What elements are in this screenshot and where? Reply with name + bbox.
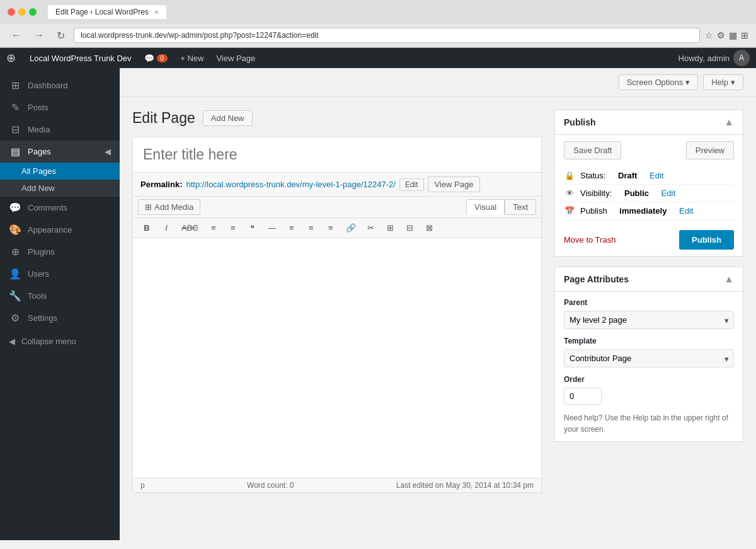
sidebar-item-tools[interactable]: 🔧 Tools bbox=[0, 285, 120, 307]
fullscreen-button[interactable]: ⊠ bbox=[421, 221, 438, 235]
align-right-button[interactable]: ≡ bbox=[322, 221, 340, 235]
back-button[interactable]: ← bbox=[8, 28, 25, 42]
sidebar-item-pages[interactable]: ▤ Pages ◀ bbox=[0, 141, 120, 163]
sidebar-item-label: Users bbox=[28, 269, 49, 279]
template-select[interactable]: Contributor Page Default Template Full W… bbox=[564, 349, 734, 367]
preview-button[interactable]: Preview bbox=[686, 141, 734, 159]
avatar: A bbox=[733, 50, 750, 66]
publish-button[interactable]: Publish bbox=[679, 230, 734, 250]
add-new-button[interactable]: Add New bbox=[203, 110, 253, 126]
editor-content-area[interactable] bbox=[133, 238, 541, 478]
admin-bar-view-page[interactable]: View Page bbox=[210, 48, 261, 68]
publish-misc: 🔒 Status: Draft Edit 👁 Visibility: Publi… bbox=[564, 167, 734, 220]
current-tag: p bbox=[140, 481, 145, 490]
admin-bar-comments[interactable]: 💬 0 bbox=[138, 48, 175, 68]
visibility-edit-link[interactable]: Edit bbox=[662, 188, 675, 198]
side-column: Publish ▲ Save Draft Preview 🔒 Status: bbox=[554, 110, 743, 493]
save-draft-button[interactable]: Save Draft bbox=[564, 141, 621, 159]
status-value: Draft bbox=[618, 171, 637, 180]
wp-logo-icon[interactable]: ⊕ bbox=[6, 51, 16, 65]
view-page-button[interactable]: View Page bbox=[428, 176, 481, 192]
unlink-button[interactable]: ✂ bbox=[362, 221, 380, 235]
hr-button[interactable]: — bbox=[263, 221, 281, 235]
toolbar-toggle[interactable]: ⊟ bbox=[401, 221, 419, 235]
strikethrough-button[interactable]: ABC bbox=[177, 221, 203, 235]
chevron-icon: ◀ bbox=[105, 147, 111, 156]
permalink-edit-button[interactable]: Edit bbox=[399, 178, 424, 191]
tab-close-icon[interactable]: ✕ bbox=[154, 9, 159, 16]
timing-edit-link[interactable]: Edit bbox=[679, 206, 693, 216]
bold-button[interactable]: B bbox=[138, 221, 156, 235]
status-item: 🔒 Status: Draft Edit bbox=[564, 167, 734, 185]
page-attributes-box: Page Attributes ▲ Parent My level 2 page… bbox=[554, 267, 743, 442]
unordered-list-button[interactable]: ≡ bbox=[205, 221, 222, 235]
align-center-button[interactable]: ≡ bbox=[302, 221, 320, 235]
help-button[interactable]: Help ▾ bbox=[703, 74, 743, 90]
ordered-list-button[interactable]: ≡ bbox=[224, 221, 242, 235]
content-header: Screen Options ▾ Help ▾ bbox=[120, 68, 756, 97]
appearance-icon: 🎨 bbox=[9, 224, 21, 236]
plugins-icon: ⊕ bbox=[9, 246, 21, 258]
forward-button[interactable]: → bbox=[30, 28, 48, 42]
template-field: Template Contributor Page Default Templa… bbox=[564, 337, 734, 367]
sidebar-item-all-pages[interactable]: All Pages bbox=[0, 163, 120, 180]
cast-icon[interactable]: ▦ bbox=[729, 30, 737, 40]
settings-nav-icon: ⚙ bbox=[9, 312, 21, 324]
collapse-menu[interactable]: ◀ Collapse menu bbox=[0, 332, 120, 351]
permalink-bar: Permalink: http://local.wordpress-trunk.… bbox=[133, 173, 541, 197]
timing-item: 📅 Publish immediately Edit bbox=[564, 202, 734, 220]
sidebar-item-media[interactable]: ⊟ Media bbox=[0, 118, 120, 141]
browser-tab[interactable]: Edit Page ‹ Local WordPres ✕ bbox=[48, 5, 166, 19]
apps-icon[interactable]: ⊞ bbox=[741, 30, 748, 40]
admin-bar-new[interactable]: + New bbox=[174, 48, 210, 68]
title-input[interactable] bbox=[133, 137, 541, 173]
sidebar-item-add-new[interactable]: Add New bbox=[0, 180, 120, 197]
insert-more-button[interactable]: ⊞ bbox=[382, 221, 399, 235]
sidebar-item-posts[interactable]: ✎ Posts bbox=[0, 96, 120, 118]
move-to-trash-link[interactable]: Move to Trash bbox=[564, 235, 616, 245]
align-left-button[interactable]: ≡ bbox=[283, 221, 301, 235]
address-bar[interactable]: local.wordpress-trunk.dev/wp-admin/post.… bbox=[74, 28, 700, 43]
minimize-dot bbox=[18, 8, 26, 16]
sidebar-item-users[interactable]: 👤 Users bbox=[0, 263, 120, 285]
sidebar-sub-label: All Pages bbox=[21, 166, 56, 176]
collapse-label: Collapse menu bbox=[21, 337, 76, 346]
link-button[interactable]: 🔗 bbox=[341, 221, 360, 235]
sidebar-item-settings[interactable]: ⚙ Settings bbox=[0, 307, 120, 329]
status-edit-link[interactable]: Edit bbox=[650, 171, 663, 180]
settings-icon[interactable]: ⚙ bbox=[717, 30, 725, 40]
page-attributes-toggle[interactable]: ▲ bbox=[724, 274, 734, 285]
tab-visual[interactable]: Visual bbox=[466, 199, 505, 215]
publish-footer: Move to Trash Publish bbox=[564, 225, 734, 250]
visibility-label: Visibility: bbox=[580, 188, 612, 198]
visibility-icon: 👁 bbox=[564, 188, 575, 198]
order-input[interactable] bbox=[564, 388, 602, 405]
refresh-button[interactable]: ↻ bbox=[53, 28, 69, 43]
tools-icon: 🔧 bbox=[9, 290, 21, 302]
timing-label: Publish bbox=[580, 206, 607, 216]
sidebar-item-plugins[interactable]: ⊕ Plugins bbox=[0, 241, 120, 263]
publish-box-title: Publish bbox=[564, 117, 596, 127]
visibility-value: Public bbox=[624, 188, 649, 198]
sidebar: ⊞ Dashboard ✎ Posts ⊟ Media ▤ Pages ◀ Al… bbox=[0, 68, 120, 540]
pages-icon: ▤ bbox=[9, 146, 21, 158]
screen-options-button[interactable]: Screen Options ▾ bbox=[619, 74, 699, 90]
blockquote-button[interactable]: ❝ bbox=[244, 221, 261, 235]
timing-value: immediately bbox=[619, 206, 667, 216]
tab-text[interactable]: Text bbox=[505, 199, 536, 215]
add-media-button[interactable]: ⊞ Add Media bbox=[138, 199, 200, 215]
publish-box-body: Save Draft Preview 🔒 Status: Draft Edit bbox=[555, 135, 743, 256]
sidebar-item-dashboard[interactable]: ⊞ Dashboard bbox=[0, 74, 120, 96]
admin-bar-site-name[interactable]: Local WordPress Trunk Dev bbox=[23, 48, 138, 68]
help-text: Need help? Use the Help tab in the upper… bbox=[564, 412, 734, 435]
sidebar-item-comments[interactable]: 💬 Comments bbox=[0, 197, 120, 219]
collapse-icon: ◀ bbox=[9, 337, 15, 346]
bookmark-icon[interactable]: ☆ bbox=[705, 30, 713, 40]
chevron-down-icon: ▾ bbox=[731, 78, 735, 87]
sidebar-item-appearance[interactable]: 🎨 Appearance bbox=[0, 219, 120, 241]
sidebar-item-label: Media bbox=[28, 125, 50, 134]
posts-icon: ✎ bbox=[9, 101, 21, 113]
italic-button[interactable]: I bbox=[158, 221, 175, 235]
publish-box-toggle[interactable]: ▲ bbox=[724, 117, 734, 128]
parent-select[interactable]: My level 2 page (no parent) bbox=[564, 311, 734, 329]
